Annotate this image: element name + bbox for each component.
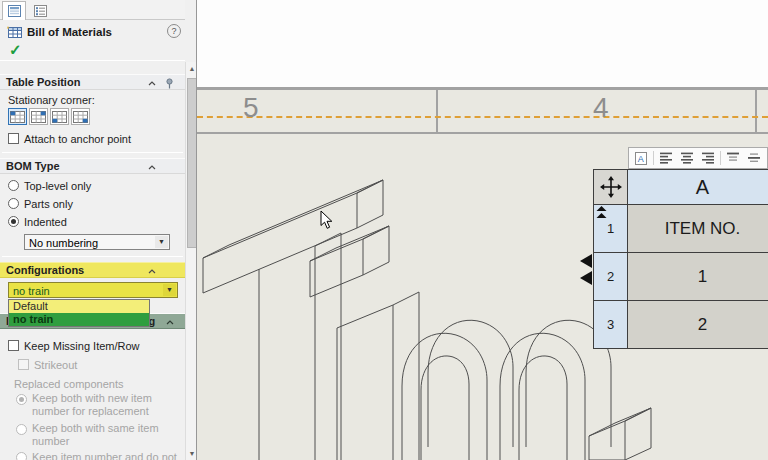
column-sort-arrows-icon[interactable] — [596, 206, 607, 219]
keep-new-item-label: Keep both with new item number for repla… — [32, 392, 180, 418]
top-level-only-radio[interactable] — [8, 180, 19, 191]
attach-anchor-checkbox[interactable] — [8, 133, 19, 144]
corner-top-left-icon — [10, 111, 25, 123]
indented-label: Indented — [24, 216, 67, 229]
corner-bottom-right-button[interactable] — [71, 108, 90, 125]
numbering-dropdown[interactable]: No numbering ▼ — [24, 234, 170, 250]
tab-secondary[interactable] — [28, 1, 52, 20]
corner-bottom-right-icon — [73, 111, 88, 123]
corner-top-right-icon — [31, 111, 46, 123]
table-cell-item-no[interactable]: ITEM NO. — [628, 205, 768, 253]
chevron-up-icon[interactable] — [148, 165, 156, 170]
table-move-handle[interactable] — [594, 170, 628, 205]
help-icon[interactable]: ? — [167, 24, 181, 38]
corner-bottom-left-button[interactable] — [50, 108, 69, 125]
replaced-components-label: Replaced components — [14, 378, 123, 391]
indented-radio[interactable] — [8, 216, 19, 227]
corner-top-left-button[interactable] — [8, 108, 27, 125]
attach-anchor-label: Attach to anchor point — [24, 133, 131, 146]
configuration-value: no train — [13, 285, 50, 297]
section-bom-type[interactable]: BOM Type — [0, 158, 185, 174]
table-format-toolbar: A — [628, 147, 768, 169]
list-tab-icon — [33, 4, 48, 18]
table-cell[interactable]: 2 — [628, 301, 768, 349]
corner-bottom-left-icon — [52, 111, 67, 123]
section-label: Configurations — [6, 264, 84, 276]
scrollbar-up-button[interactable]: ▲ — [186, 62, 197, 75]
strikeout-checkbox[interactable] — [18, 359, 29, 370]
mouse-cursor — [320, 210, 333, 230]
parts-only-radio[interactable] — [8, 198, 19, 209]
keep-new-item-radio[interactable] — [16, 394, 27, 405]
keep-same-item-radio[interactable] — [16, 424, 27, 435]
scrollbar-thumb[interactable] — [187, 78, 197, 248]
configuration-dropdown-list: Default no train — [8, 299, 150, 327]
scrollbar-down-button[interactable]: ▼ — [186, 447, 197, 460]
bom-icon — [6, 26, 23, 39]
svg-text:A: A — [638, 154, 644, 164]
stationary-corner-label: Stationary corner: — [8, 94, 95, 107]
panel-scrollbar[interactable]: ▲ ▼ — [185, 62, 197, 460]
keep-missing-checkbox[interactable] — [8, 340, 19, 351]
move-cross-icon — [600, 176, 622, 198]
configuration-dropdown[interactable]: no train ▼ — [8, 282, 178, 298]
panel-title: Bill of Materials — [27, 26, 112, 38]
chevron-up-icon[interactable] — [166, 320, 174, 325]
row-header[interactable]: 3 — [594, 301, 628, 349]
table-anchor-dashed-line — [197, 116, 768, 118]
align-center-icon[interactable] — [678, 150, 696, 166]
zone-label-5: 5 — [243, 93, 259, 123]
section-table-position[interactable]: Table Position — [0, 74, 185, 90]
tab-propertymanager[interactable] — [2, 1, 26, 20]
panel-tab-bar — [0, 0, 185, 20]
table-cell[interactable]: 1 — [628, 253, 768, 301]
chevron-up-icon[interactable] — [148, 81, 156, 86]
bom-table: A 1 ITEM NO. 2 1 3 2 — [593, 169, 768, 349]
numbering-value: No numbering — [29, 237, 98, 249]
section-configurations[interactable]: Configurations — [0, 262, 185, 278]
keep-item-number-label: Keep item number and do not — [32, 451, 180, 460]
zone-label-4: 4 — [593, 93, 609, 123]
dropdown-arrow-icon: ▼ — [155, 236, 168, 248]
keep-item-number-radio[interactable] — [16, 452, 27, 460]
solidworks-window: 5 4 — [0, 0, 768, 460]
zone-divider-line-right — [755, 89, 757, 133]
section-label: BOM Type — [6, 160, 60, 172]
valign-middle-icon[interactable] — [745, 150, 763, 166]
parts-only-label: Parts only — [24, 198, 73, 211]
drawing-graphics-area[interactable]: 5 4 — [197, 0, 768, 460]
keep-same-item-label: Keep both with same item number — [32, 422, 180, 448]
sheet-border-line — [197, 87, 768, 90]
pin-icon[interactable] — [165, 78, 174, 89]
ok-check-icon[interactable]: ✓ — [9, 41, 22, 59]
column-header[interactable]: A — [628, 170, 768, 205]
chevron-up-icon[interactable] — [148, 269, 156, 274]
valign-top-icon[interactable] — [724, 150, 742, 166]
table-properties-icon[interactable]: A — [632, 150, 650, 166]
toolbar-separator — [720, 151, 721, 165]
row-header[interactable]: 2 — [594, 253, 628, 301]
panel-divider — [2, 256, 183, 257]
zone-divider-line — [436, 89, 438, 133]
dropdown-option-no-train[interactable]: no train — [9, 313, 149, 326]
toolbar-separator — [653, 151, 654, 165]
section-label: Table Position — [6, 76, 80, 88]
top-level-only-label: Top-level only — [24, 180, 91, 193]
row-marker-arrows-icon[interactable] — [580, 254, 592, 285]
corner-top-right-button[interactable] — [29, 108, 48, 125]
keep-missing-label: Keep Missing Item/Row — [24, 340, 140, 353]
dropdown-arrow-icon: ▼ — [163, 284, 176, 296]
strikeout-label: Strikeout — [34, 359, 77, 372]
panel-divider — [0, 60, 185, 61]
propertymanager-tab-icon — [7, 4, 22, 18]
panel-divider — [2, 152, 183, 153]
dropdown-option-default[interactable]: Default — [9, 300, 149, 313]
align-right-icon[interactable] — [699, 150, 717, 166]
propertymanager-panel: Bill of Materials ? ✓ Table Position Sta… — [0, 0, 197, 460]
align-left-icon[interactable] — [657, 150, 675, 166]
